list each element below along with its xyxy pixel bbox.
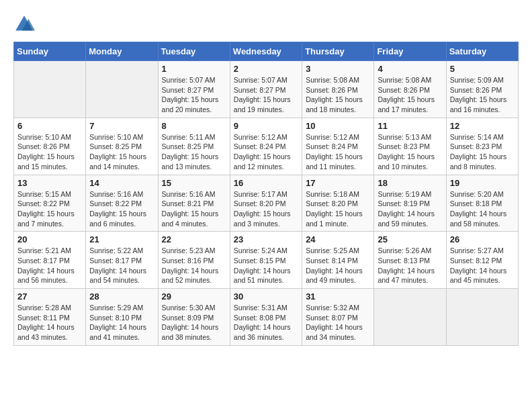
day-number: 16 bbox=[234, 178, 298, 188]
calendar-cell bbox=[446, 289, 518, 346]
calendar-cell: 17Sunrise: 5:18 AM Sunset: 8:20 PM Dayli… bbox=[302, 175, 374, 232]
calendar-cell: 1Sunrise: 5:07 AM Sunset: 8:27 PM Daylig… bbox=[158, 61, 230, 118]
day-number: 30 bbox=[234, 291, 298, 302]
calendar-cell: 19Sunrise: 5:20 AM Sunset: 8:18 PM Dayli… bbox=[446, 175, 518, 232]
day-number: 26 bbox=[450, 234, 515, 244]
day-number: 15 bbox=[162, 178, 226, 188]
calendar-cell: 25Sunrise: 5:26 AM Sunset: 8:13 PM Dayli… bbox=[374, 232, 446, 289]
day-number: 10 bbox=[306, 121, 370, 131]
day-number: 29 bbox=[162, 291, 226, 302]
weekday-header: Thursday bbox=[302, 42, 374, 61]
calendar-body: 1Sunrise: 5:07 AM Sunset: 8:27 PM Daylig… bbox=[14, 61, 519, 346]
day-info: Sunrise: 5:21 AM Sunset: 8:17 PM Dayligh… bbox=[17, 246, 82, 285]
day-info: Sunrise: 5:08 AM Sunset: 8:26 PM Dayligh… bbox=[378, 75, 442, 115]
logo-icon bbox=[13, 13, 35, 35]
weekday-header: Sunday bbox=[14, 42, 86, 61]
day-info: Sunrise: 5:12 AM Sunset: 8:24 PM Dayligh… bbox=[306, 132, 370, 172]
day-number: 31 bbox=[306, 291, 370, 302]
calendar-week-row: 1Sunrise: 5:07 AM Sunset: 8:27 PM Daylig… bbox=[14, 61, 519, 118]
day-number: 9 bbox=[234, 121, 298, 131]
calendar-cell: 12Sunrise: 5:14 AM Sunset: 8:23 PM Dayli… bbox=[446, 118, 518, 175]
calendar-cell: 14Sunrise: 5:16 AM Sunset: 8:22 PM Dayli… bbox=[86, 175, 158, 232]
calendar-cell: 28Sunrise: 5:29 AM Sunset: 8:10 PM Dayli… bbox=[86, 289, 158, 346]
calendar-cell: 18Sunrise: 5:19 AM Sunset: 8:19 PM Dayli… bbox=[374, 175, 446, 232]
day-number: 22 bbox=[162, 234, 226, 244]
day-number: 4 bbox=[378, 64, 442, 74]
day-info: Sunrise: 5:25 AM Sunset: 8:14 PM Dayligh… bbox=[306, 246, 370, 285]
calendar-cell: 31Sunrise: 5:32 AM Sunset: 8:07 PM Dayli… bbox=[302, 289, 374, 346]
calendar-cell: 20Sunrise: 5:21 AM Sunset: 8:17 PM Dayli… bbox=[14, 232, 86, 289]
calendar-cell: 10Sunrise: 5:12 AM Sunset: 8:24 PM Dayli… bbox=[302, 118, 374, 175]
day-info: Sunrise: 5:12 AM Sunset: 8:24 PM Dayligh… bbox=[234, 132, 298, 172]
calendar-cell: 27Sunrise: 5:28 AM Sunset: 8:11 PM Dayli… bbox=[14, 289, 86, 346]
day-number: 7 bbox=[89, 121, 154, 131]
day-number: 25 bbox=[378, 234, 442, 244]
calendar-cell bbox=[374, 289, 446, 346]
calendar-cell: 4Sunrise: 5:08 AM Sunset: 8:26 PM Daylig… bbox=[374, 61, 446, 118]
day-number: 11 bbox=[378, 121, 442, 131]
day-number: 18 bbox=[378, 178, 442, 188]
calendar-cell: 15Sunrise: 5:16 AM Sunset: 8:21 PM Dayli… bbox=[158, 175, 230, 232]
day-number: 2 bbox=[234, 64, 298, 74]
day-info: Sunrise: 5:20 AM Sunset: 8:18 PM Dayligh… bbox=[450, 189, 515, 229]
calendar-cell: 30Sunrise: 5:31 AM Sunset: 8:08 PM Dayli… bbox=[230, 289, 302, 346]
day-info: Sunrise: 5:07 AM Sunset: 8:27 PM Dayligh… bbox=[162, 75, 226, 115]
calendar-cell: 8Sunrise: 5:11 AM Sunset: 8:25 PM Daylig… bbox=[158, 118, 230, 175]
day-number: 1 bbox=[162, 64, 226, 74]
day-info: Sunrise: 5:17 AM Sunset: 8:20 PM Dayligh… bbox=[234, 189, 298, 229]
weekday-header: Friday bbox=[374, 42, 446, 61]
calendar-header: SundayMondayTuesdayWednesdayThursdayFrid… bbox=[14, 42, 519, 61]
day-info: Sunrise: 5:32 AM Sunset: 8:07 PM Dayligh… bbox=[306, 303, 370, 342]
day-info: Sunrise: 5:11 AM Sunset: 8:25 PM Dayligh… bbox=[162, 132, 226, 172]
weekday-header: Monday bbox=[86, 42, 158, 61]
day-number: 24 bbox=[306, 234, 370, 244]
calendar-week-row: 13Sunrise: 5:15 AM Sunset: 8:22 PM Dayli… bbox=[14, 175, 519, 232]
day-info: Sunrise: 5:19 AM Sunset: 8:19 PM Dayligh… bbox=[378, 189, 442, 229]
calendar-cell: 21Sunrise: 5:22 AM Sunset: 8:17 PM Dayli… bbox=[86, 232, 158, 289]
day-number: 23 bbox=[234, 234, 298, 244]
calendar-cell bbox=[86, 61, 158, 118]
calendar-cell: 5Sunrise: 5:09 AM Sunset: 8:26 PM Daylig… bbox=[446, 61, 518, 118]
calendar-cell: 16Sunrise: 5:17 AM Sunset: 8:20 PM Dayli… bbox=[230, 175, 302, 232]
day-info: Sunrise: 5:30 AM Sunset: 8:09 PM Dayligh… bbox=[162, 303, 226, 342]
day-number: 14 bbox=[89, 178, 154, 188]
calendar-cell: 3Sunrise: 5:08 AM Sunset: 8:26 PM Daylig… bbox=[302, 61, 374, 118]
day-info: Sunrise: 5:28 AM Sunset: 8:11 PM Dayligh… bbox=[17, 303, 82, 342]
day-info: Sunrise: 5:10 AM Sunset: 8:26 PM Dayligh… bbox=[17, 132, 82, 172]
calendar-cell: 23Sunrise: 5:24 AM Sunset: 8:15 PM Dayli… bbox=[230, 232, 302, 289]
calendar-cell: 6Sunrise: 5:10 AM Sunset: 8:26 PM Daylig… bbox=[14, 118, 86, 175]
day-number: 6 bbox=[17, 121, 82, 131]
calendar-cell: 7Sunrise: 5:10 AM Sunset: 8:25 PM Daylig… bbox=[86, 118, 158, 175]
day-info: Sunrise: 5:27 AM Sunset: 8:12 PM Dayligh… bbox=[450, 246, 515, 285]
day-number: 17 bbox=[306, 178, 370, 188]
calendar-cell: 24Sunrise: 5:25 AM Sunset: 8:14 PM Dayli… bbox=[302, 232, 374, 289]
day-info: Sunrise: 5:22 AM Sunset: 8:17 PM Dayligh… bbox=[89, 246, 154, 285]
calendar-cell: 26Sunrise: 5:27 AM Sunset: 8:12 PM Dayli… bbox=[446, 232, 518, 289]
day-info: Sunrise: 5:16 AM Sunset: 8:22 PM Dayligh… bbox=[89, 189, 154, 229]
day-number: 21 bbox=[89, 234, 154, 244]
calendar-cell: 11Sunrise: 5:13 AM Sunset: 8:23 PM Dayli… bbox=[374, 118, 446, 175]
day-number: 28 bbox=[89, 291, 154, 302]
day-info: Sunrise: 5:10 AM Sunset: 8:25 PM Dayligh… bbox=[89, 132, 154, 172]
calendar-cell: 29Sunrise: 5:30 AM Sunset: 8:09 PM Dayli… bbox=[158, 289, 230, 346]
calendar-table: SundayMondayTuesdayWednesdayThursdayFrid… bbox=[13, 42, 519, 346]
day-info: Sunrise: 5:31 AM Sunset: 8:08 PM Dayligh… bbox=[234, 303, 298, 342]
day-number: 13 bbox=[17, 178, 82, 188]
day-info: Sunrise: 5:07 AM Sunset: 8:27 PM Dayligh… bbox=[234, 75, 298, 115]
day-info: Sunrise: 5:14 AM Sunset: 8:23 PM Dayligh… bbox=[450, 132, 515, 172]
day-info: Sunrise: 5:13 AM Sunset: 8:23 PM Dayligh… bbox=[378, 132, 442, 172]
day-number: 3 bbox=[306, 64, 370, 74]
day-number: 5 bbox=[450, 64, 515, 74]
calendar-cell: 2Sunrise: 5:07 AM Sunset: 8:27 PM Daylig… bbox=[230, 61, 302, 118]
day-number: 27 bbox=[17, 291, 82, 302]
page-header bbox=[13, 13, 519, 35]
day-info: Sunrise: 5:29 AM Sunset: 8:10 PM Dayligh… bbox=[89, 303, 154, 342]
calendar-cell: 22Sunrise: 5:23 AM Sunset: 8:16 PM Dayli… bbox=[158, 232, 230, 289]
day-number: 8 bbox=[162, 121, 226, 131]
weekday-header: Wednesday bbox=[230, 42, 302, 61]
calendar-cell: 9Sunrise: 5:12 AM Sunset: 8:24 PM Daylig… bbox=[230, 118, 302, 175]
day-info: Sunrise: 5:08 AM Sunset: 8:26 PM Dayligh… bbox=[306, 75, 370, 115]
day-number: 20 bbox=[17, 234, 82, 244]
weekday-header: Tuesday bbox=[158, 42, 230, 61]
calendar-cell: 13Sunrise: 5:15 AM Sunset: 8:22 PM Dayli… bbox=[14, 175, 86, 232]
